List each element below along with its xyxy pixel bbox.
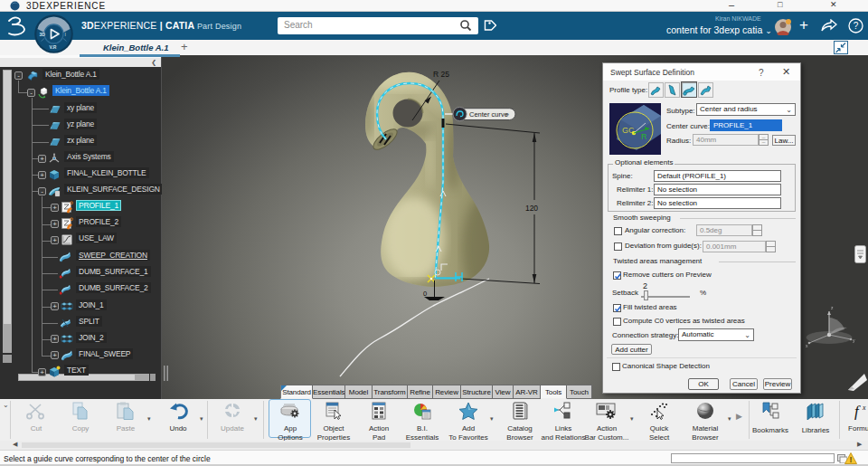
svg-text:!: ! [850, 455, 853, 464]
svg-text:3D: 3D [40, 32, 46, 37]
svg-text:z: z [831, 305, 834, 310]
svg-text:x: x [862, 404, 866, 412]
svg-text:120: 120 [525, 204, 538, 213]
svg-text:»: » [505, 111, 509, 118]
svg-text:I: I [65, 32, 66, 37]
svg-text:R: R [641, 132, 647, 141]
svg-text:?: ? [854, 21, 859, 31]
svg-text:x: x [806, 343, 808, 348]
svg-text:R 25: R 25 [433, 70, 449, 79]
svg-text:Center curve: Center curve [469, 110, 508, 119]
svg-text:y: y [853, 338, 855, 343]
svg-text:0: 0 [423, 290, 427, 298]
svg-text:f: f [854, 403, 861, 420]
svg-text:V.R: V.R [50, 44, 57, 50]
